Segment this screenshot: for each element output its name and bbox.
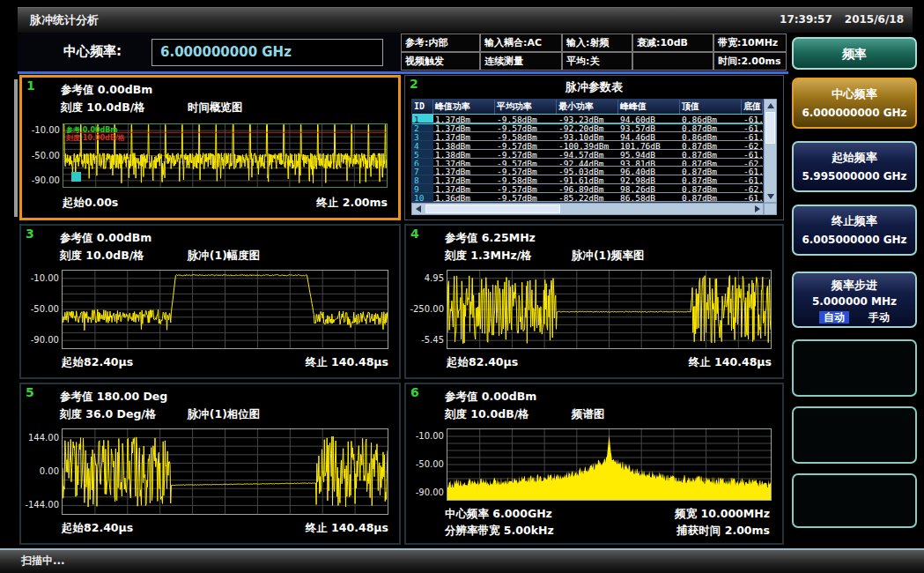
pulse-table-main: ID峰值功率平均功率最小功率峰峰值顶值底值 11.37dBm-9.58dBm-9…	[411, 99, 764, 203]
phase-plot-area: 144.00 0.00 -144.00	[62, 428, 388, 515]
y-tick: -50.00	[408, 459, 444, 469]
table-title: 脉冲参数表	[405, 79, 783, 95]
plot-title: 频谱图	[572, 407, 605, 422]
softkey-frequency-step[interactable]: 频率步进 5.000000 MHz 自动手动	[792, 272, 917, 328]
column-header: 平均功率	[495, 100, 557, 115]
state-input: 输入:射频	[562, 33, 632, 52]
panel-time-overview[interactable]: 1 参考值 0.00dBm 刻度 10.0dB/格 时间概览图 -10.00 -…	[19, 75, 401, 220]
panel-spectrum[interactable]: 6 参考值 0.00dBm 刻度 10.0dB/格 频谱图 -10.00 -50…	[404, 383, 784, 545]
state-empty-cell	[632, 52, 713, 71]
scroll-left-arrow[interactable]	[412, 204, 424, 214]
table-cell: 92.98dB	[618, 175, 680, 184]
time-overview-plot-area: -10.00 -50.00 -90.00 参考 0.00dBm 刻度 10.00…	[63, 123, 388, 188]
softkey-stop-frequency[interactable]: 终止频率 6.005000000 GHz	[792, 205, 917, 256]
table-cell: 101.76dB	[618, 141, 680, 150]
softkey-center-frequency[interactable]: 中心频率 6.000000000 GHz	[792, 78, 917, 129]
table-cell: 0.87dBm	[680, 175, 742, 184]
table-cell: -9.57dBm	[495, 184, 557, 193]
column-header: 峰值功率	[433, 100, 495, 115]
ref-value-label: 参考值 0.00dBm	[445, 390, 536, 405]
y-tick: -144.00	[23, 500, 59, 510]
column-header: 底值	[742, 100, 763, 115]
softkey-empty-2[interactable]	[792, 406, 917, 464]
table-row[interactable]: 11.37dBm-9.58dBm-93.23dBm94.60dB0.86dBm-…	[412, 115, 763, 123]
table-cell: -92.20dBm	[557, 123, 618, 132]
horizontal-scroll-thumb[interactable]	[425, 205, 560, 213]
table-cell: 1.37dBm	[433, 184, 495, 193]
y-tick: -50.00	[23, 304, 59, 314]
table-cell: 94.60dB	[618, 115, 680, 123]
frequency-entry-bar: 中心频率: 6.000000000 GHz 参考:内部 输入耦合:AC 输入:射…	[18, 33, 788, 74]
clock: 17:39:572015/6/18	[767, 13, 904, 26]
softkey-empty-1[interactable]	[792, 339, 917, 397]
panel-pulse-phase[interactable]: 5 参考值 180.00 Deg 刻度 36.0 Deg/格 脉冲(1)相位图 …	[19, 383, 401, 545]
instrument-state-grid: 参考:内部 输入耦合:AC 输入:射频 衰减:10dB 带宽:10MHz 视频触…	[401, 33, 787, 71]
table-row[interactable]: 81.37dBm-9.58dBm-91.61dBm92.98dB0.87dBm-…	[412, 175, 763, 184]
table-cell: 0.86dBm	[680, 132, 742, 141]
amplitude-trace	[63, 271, 388, 348]
table-row[interactable]: 101.36dBm-9.57dBm-85.22dBm86.58dB0.87dBm…	[412, 193, 763, 202]
scroll-down-arrow[interactable]	[765, 190, 776, 202]
center-freq-input[interactable]: 6.000000000 GHz	[152, 39, 383, 66]
column-header: ID	[412, 100, 433, 115]
table-cell: 4	[412, 141, 433, 150]
table-cell: -62.07dBm	[742, 141, 763, 150]
x-end-label: 终止 140.48µs	[689, 355, 772, 370]
table-row[interactable]: 61.37dBm-9.57dBm-92.44dBm93.81dB0.87dBm-…	[412, 159, 763, 167]
ref-value-label: 参考值 0.00dBm	[60, 231, 152, 246]
table-row[interactable]: 71.37dBm-9.57dBm-95.03dBm96.40dB0.87dBm-…	[412, 167, 763, 175]
panel-pulse-frequency[interactable]: 4 参考值 6.25MHz 刻度 1.3MHz/格 脉冲(1)频率图 4.95 …	[404, 224, 784, 379]
ref-value-label: 参考值 0.00dBm	[61, 83, 152, 98]
table-cell: 0.87dBm	[680, 167, 742, 175]
y-tick: -10.00	[24, 125, 60, 135]
table-row[interactable]: 21.37dBm-9.57dBm-92.20dBm93.57dB0.87dBm-…	[412, 123, 763, 132]
scroll-right-arrow[interactable]	[751, 204, 763, 214]
table-cell: -93.23dBm	[557, 115, 618, 123]
y-tick: -10.00	[23, 273, 59, 283]
table-cell: 95.94dB	[618, 150, 680, 159]
table-row[interactable]: 41.38dBm-9.57dBm-100.39dBm101.76dB0.87dB…	[412, 141, 763, 150]
table-cell: -61.69dBm	[742, 167, 763, 175]
table-cell: -9.57dBm	[495, 159, 557, 167]
panel-pulse-table[interactable]: 2 脉冲参数表 ID峰值功率平均功率最小功率峰峰值顶值底值 11.37dBm-9…	[404, 75, 784, 220]
table-cell: -62.09dBm	[742, 184, 763, 193]
plot-title: 脉冲(1)频率图	[572, 249, 645, 264]
status-text: 扫描中...	[21, 554, 65, 569]
state-average: 平均:关	[562, 52, 632, 71]
scale-label: 刻度 10.0dB/格	[445, 407, 529, 422]
table-cell: 1.37dBm	[433, 167, 495, 175]
scale-label: 刻度 10.0dB/格	[60, 249, 144, 264]
scroll-up-arrow[interactable]	[765, 100, 776, 111]
step-auto-toggle[interactable]: 自动	[819, 311, 849, 324]
step-manual-toggle[interactable]: 手动	[869, 311, 890, 324]
plot-title: 脉冲(1)相位图	[188, 407, 261, 422]
table-cell: 1.37dBm	[433, 159, 495, 167]
scale-label: 刻度 10.0dB/格	[61, 100, 145, 115]
table-cell: 1.38dBm	[433, 141, 495, 150]
state-attenuation: 衰减:10dB	[632, 33, 713, 52]
softkey-start-frequency[interactable]: 起始频率 5.995000000 GHz	[792, 141, 917, 192]
table-row[interactable]: 91.37dBm-9.57dBm-96.89dBm98.26dB0.87dBm-…	[412, 184, 763, 193]
plot-title: 时间概览图	[188, 100, 243, 115]
table-cell: 1.37dBm	[433, 123, 495, 132]
state-coupling: 输入耦合:AC	[480, 33, 562, 52]
horizontal-scrollbar[interactable]	[411, 203, 764, 215]
ref-value-label: 参考值 6.25MHz	[445, 231, 536, 246]
table-cell: 93.57dB	[618, 123, 680, 132]
scale-label: 刻度 1.3MHz/格	[445, 249, 532, 264]
state-measure-mode: 连续测量	[480, 52, 562, 71]
panel-pulse-amplitude[interactable]: 3 参考值 0.00dBm 刻度 10.0dB/格 脉冲(1)幅度图 -10.0…	[19, 224, 401, 379]
vertical-scrollbar[interactable]	[764, 99, 777, 203]
table-row[interactable]: 51.38dBm-9.57dBm-94.57dBm95.94dB0.87dBm-…	[412, 150, 763, 159]
spectrum-trace	[447, 429, 771, 500]
table-row[interactable]: 31.37dBm-9.58dBm-93.10dBm94.46dB0.86dBm-…	[412, 132, 763, 141]
y-tick: -10.00	[408, 431, 444, 441]
x-start-label: 起始82.40µs	[447, 355, 518, 370]
table-cell: -61.97dBm	[742, 175, 763, 184]
y-tick: -90.00	[408, 487, 444, 497]
vertical-scroll-thumb[interactable]	[765, 112, 775, 144]
table-cell: -100.39dBm	[557, 141, 618, 150]
softkey-empty-3[interactable]	[792, 473, 917, 528]
table-cell: 0.87dBm	[680, 184, 742, 193]
x-end-label: 终止 140.48µs	[306, 355, 388, 370]
